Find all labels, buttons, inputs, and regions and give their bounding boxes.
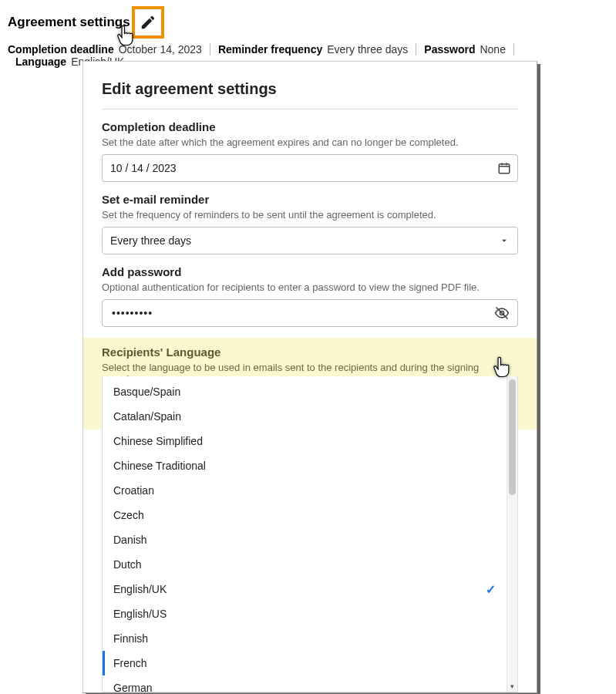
summary-reminder-value: Every three days: [327, 43, 408, 56]
language-option[interactable]: Croatian: [103, 478, 507, 503]
language-option[interactable]: Catalan/Spain: [103, 404, 507, 429]
reminder-frequency-select[interactable]: Every three days: [102, 227, 518, 254]
language-option[interactable]: Danish: [103, 527, 507, 552]
scrollbar-down-arrow[interactable]: ▾: [507, 681, 517, 692]
password-input[interactable]: •••••••••: [102, 299, 518, 327]
chevron-down-icon: [499, 235, 510, 246]
language-option-label: Danish: [113, 534, 147, 546]
language-option[interactable]: English/US: [103, 601, 507, 626]
language-option-label: English/US: [113, 608, 167, 620]
language-option-label: Czech: [113, 509, 144, 521]
divider: [513, 43, 514, 56]
edit-settings-button[interactable]: [132, 6, 164, 39]
summary-language-label: Language: [15, 56, 66, 68]
modal-title: Edit agreement settings: [102, 80, 518, 98]
edit-agreement-settings-modal: Edit agreement settings Completion deadl…: [82, 61, 537, 693]
language-option[interactable]: English/UK✓: [103, 577, 507, 601]
language-option-label: Croatian: [113, 484, 154, 497]
language-option-label: Dutch: [113, 558, 142, 571]
scrollbar-thumb[interactable]: [509, 379, 516, 495]
password-masked-value: •••••••••: [110, 300, 153, 326]
password-title: Add password: [102, 265, 518, 278]
language-option[interactable]: German: [103, 675, 507, 692]
language-option-label: Catalan/Spain: [113, 410, 181, 423]
divider: [102, 109, 518, 109]
check-icon: ✓: [486, 582, 496, 597]
scrollbar[interactable]: ▾: [507, 376, 517, 692]
completion-deadline-input[interactable]: [102, 154, 490, 182]
password-desc: Optional authentication for recipients t…: [102, 281, 518, 293]
completion-deadline-section: Completion deadline Set the date after w…: [102, 120, 518, 182]
language-option-label: Chinese Traditional: [113, 460, 206, 472]
language-option-label: Finnish: [113, 632, 148, 645]
language-option-label: English/UK: [113, 583, 167, 595]
page-header: Agreement settings Completion deadline O…: [0, 0, 616, 68]
visibility-off-icon[interactable]: [494, 305, 510, 321]
language-option-label: Chinese Simplified: [113, 435, 203, 447]
completion-deadline-desc: Set the date after which the agreement e…: [102, 136, 518, 148]
language-dropdown: Basque/SpainCatalan/SpainChinese Simplif…: [102, 376, 518, 692]
language-option[interactable]: Finnish: [103, 626, 507, 651]
reminder-frequency-value: Every three days: [110, 234, 191, 247]
summary-reminder-label: Reminder frequency: [218, 43, 322, 56]
calendar-button[interactable]: [490, 154, 518, 182]
language-option-label: German: [113, 682, 153, 692]
summary-password-value: None: [480, 43, 505, 56]
summary-deadline-value: October 14, 2023: [119, 43, 202, 56]
email-reminder-title: Set e-mail reminder: [102, 193, 518, 206]
email-reminder-desc: Set the frequency of reminders to be sen…: [102, 209, 518, 221]
language-option[interactable]: Chinese Simplified: [103, 429, 507, 453]
language-option[interactable]: French: [103, 651, 507, 675]
svg-rect-0: [499, 164, 510, 174]
language-option[interactable]: Chinese Traditional: [103, 453, 507, 478]
language-option[interactable]: Basque/Spain: [103, 379, 507, 404]
language-option-label: Basque/Spain: [113, 386, 180, 398]
language-option[interactable]: Dutch: [103, 552, 507, 577]
page-title: Agreement settings: [8, 15, 130, 30]
completion-deadline-title: Completion deadline: [102, 120, 518, 133]
language-option[interactable]: Czech: [103, 503, 507, 527]
summary-password-label: Password: [424, 43, 475, 56]
language-title: Recipients' Language: [102, 345, 518, 359]
language-dropdown-list[interactable]: Basque/SpainCatalan/SpainChinese Simplif…: [103, 376, 507, 692]
summary-deadline-label: Completion deadline: [8, 43, 114, 56]
language-option-label: French: [113, 657, 147, 669]
email-reminder-section: Set e-mail reminder Set the frequency of…: [102, 193, 518, 254]
pencil-icon: [140, 14, 157, 31]
password-section: Add password Optional authentication for…: [102, 265, 518, 327]
calendar-icon: [497, 161, 511, 175]
